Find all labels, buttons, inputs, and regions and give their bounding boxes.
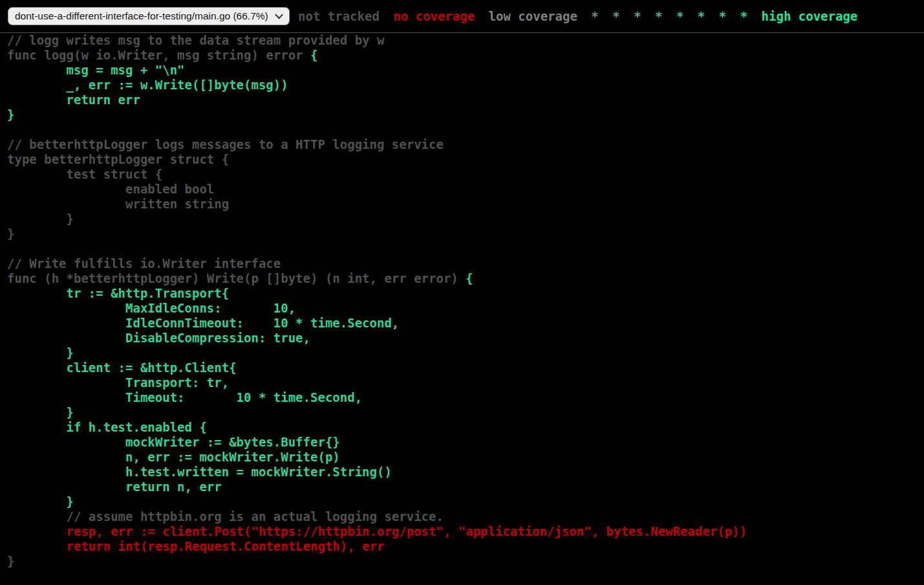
code-untracked: func logg(w io.Writer, msg string) error	[7, 48, 310, 62]
code-untracked: // logg writes msg to the data stream pr…	[7, 33, 384, 47]
code-covered: if h.test.enabled {	[7, 420, 207, 434]
code-covered: return err	[7, 93, 140, 107]
code-line: if h.test.enabled {	[7, 420, 207, 434]
legend-high-coverage: high coverage	[762, 9, 858, 23]
topbar: dont-use-a-different-interface-for-testi…	[0, 0, 924, 33]
code-line: func logg(w io.Writer, msg string) error…	[7, 48, 317, 62]
code-untracked: // betterhttpLogger logs messages to a H…	[7, 137, 444, 151]
file-nav: dont-use-a-different-interface-for-testi…	[8, 7, 290, 25]
source-code: // logg writes msg to the data stream pr…	[0, 33, 924, 582]
code-line: n, err := mockWriter.Write(p)	[7, 450, 340, 464]
file-selector[interactable]: dont-use-a-different-interface-for-testi…	[8, 7, 290, 25]
code-line: tr := &http.Transport{	[7, 286, 229, 300]
coverage-legend: not tracked no coverage low coverage * *…	[295, 9, 861, 23]
code-line: // logg writes msg to the data stream pr…	[7, 33, 384, 47]
legend-star: *	[655, 9, 662, 23]
code-untracked: func (h *betterhttpLogger) Write(p []byt…	[7, 271, 466, 285]
code-covered: {	[310, 48, 317, 62]
code-line: }	[7, 554, 14, 568]
code-line: return n, err	[7, 480, 222, 494]
code-covered: {	[466, 271, 473, 285]
code-untracked: // assume httpbin.org is an actual loggi…	[7, 509, 444, 524]
code-covered: }	[7, 494, 74, 509]
code-line: written string	[7, 197, 229, 211]
code-line: }	[7, 405, 74, 419]
code-untracked: }	[7, 212, 74, 226]
code-line: }	[7, 346, 74, 360]
code-covered: return n, err	[7, 480, 222, 494]
code-line: return err	[7, 93, 140, 107]
legend-not-tracked: not tracked	[298, 9, 380, 23]
code-covered: MaxIdleConns: 10,	[7, 301, 295, 315]
code-covered: mockWriter := &bytes.Buffer{}	[7, 435, 340, 449]
legend-star: *	[719, 9, 726, 23]
code-covered: }	[7, 405, 74, 419]
code-line: mockWriter := &bytes.Buffer{}	[7, 435, 340, 449]
legend-low-coverage: low coverage	[489, 9, 577, 23]
code-untracked: written string	[7, 197, 229, 211]
code-line: resp, err := client.Post("https://httpbi…	[7, 524, 747, 538]
legend-star: *	[634, 9, 641, 23]
code-covered: _, err := w.Write([]byte(msg))	[7, 78, 288, 92]
legend-star: *	[591, 9, 598, 23]
code-line: MaxIdleConns: 10,	[7, 301, 295, 315]
code-covered: }	[7, 346, 74, 360]
code-line: }	[7, 226, 14, 241]
code-line: }	[7, 212, 74, 226]
legend-star: *	[612, 9, 619, 23]
code-covered: DisableCompression: true,	[7, 331, 310, 345]
code-covered: Timeout: 10 * time.Second,	[7, 390, 362, 404]
content: // logg writes msg to the data stream pr…	[0, 33, 924, 582]
code-line: DisableCompression: true,	[7, 331, 310, 345]
code-line: func (h *betterhttpLogger) Write(p []byt…	[7, 271, 473, 285]
code-line: Timeout: 10 * time.Second,	[7, 390, 362, 404]
code-line: h.test.written = mockWriter.String()	[7, 465, 392, 479]
code-line: // betterhttpLogger logs messages to a H…	[7, 137, 444, 151]
code-uncovered: resp, err := client.Post("https://httpbi…	[7, 524, 747, 538]
code-line: }	[7, 107, 14, 122]
code-covered: }	[7, 107, 14, 122]
code-line: }	[7, 494, 74, 509]
code-line: IdleConnTimeout: 10 * time.Second,	[7, 316, 399, 330]
code-covered: n, err := mockWriter.Write(p)	[7, 450, 340, 464]
code-untracked: }	[7, 554, 14, 568]
code-line: return int(resp.Request.ContentLength), …	[7, 539, 384, 553]
code-covered: msg = msg + "\n"	[7, 63, 185, 77]
legend-star: *	[698, 9, 705, 23]
code-covered: client := &http.Client{	[7, 360, 237, 375]
code-covered: IdleConnTimeout: 10 * time.Second,	[7, 316, 399, 330]
code-uncovered: return int(resp.Request.ContentLength), …	[7, 539, 384, 553]
code-line: client := &http.Client{	[7, 360, 237, 375]
code-line: Transport: tr,	[7, 375, 229, 390]
code-untracked: }	[7, 226, 14, 241]
legend-star: *	[740, 9, 747, 23]
code-line: // assume httpbin.org is an actual loggi…	[7, 509, 444, 524]
code-line: _, err := w.Write([]byte(msg))	[7, 78, 288, 92]
code-line: enabled bool	[7, 182, 214, 196]
file-selector-wrap: dont-use-a-different-interface-for-testi…	[8, 7, 290, 25]
legend-no-coverage: no coverage	[393, 9, 475, 23]
code-line: // Write fulfills io.Writer interface	[7, 256, 281, 270]
code-untracked: type betterhttpLogger struct {	[7, 152, 229, 166]
code-covered: tr := &http.Transport{	[7, 286, 229, 300]
legend-star: *	[676, 9, 683, 23]
code-line: test struct {	[7, 167, 162, 181]
code-covered: h.test.written = mockWriter.String()	[7, 465, 392, 479]
code-untracked: enabled bool	[7, 182, 214, 196]
code-line: type betterhttpLogger struct {	[7, 152, 229, 166]
code-untracked: test struct {	[7, 167, 162, 181]
code-line: msg = msg + "\n"	[7, 63, 185, 77]
code-covered: Transport: tr,	[7, 375, 229, 390]
code-untracked: // Write fulfills io.Writer interface	[7, 256, 281, 270]
